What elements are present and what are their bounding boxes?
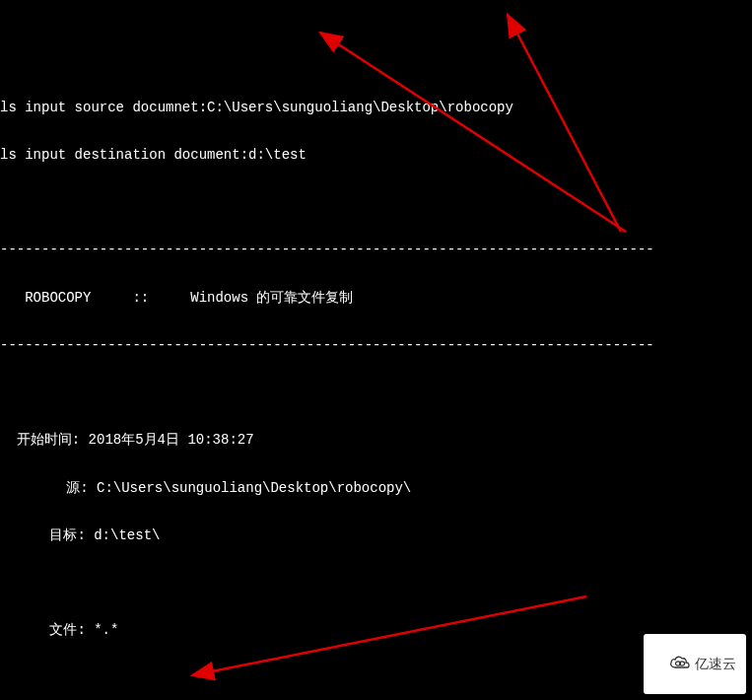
dash-line-mid1: ----------------------------------------… xyxy=(0,337,752,353)
terminal-output: ls input source documnet:C:\Users\sunguo… xyxy=(0,63,752,700)
files-pattern: 文件: *.* xyxy=(0,622,752,638)
dash-line-top: ----------------------------------------… xyxy=(0,242,752,257)
cloud-icon xyxy=(651,637,691,691)
start-time: 开始时间: 2018年5月4日 10:38:27 xyxy=(0,432,752,448)
banner: ROBOCOPY :: Windows 的可靠文件复制 xyxy=(0,290,752,306)
watermark-text: 亿速云 xyxy=(695,656,736,671)
prompt-dest: ls input destination document:d:\test xyxy=(0,147,752,163)
prompt-source: ls input source documnet:C:\Users\sunguo… xyxy=(0,100,752,115)
watermark: 亿速云 xyxy=(644,634,746,694)
target-path: 目标: d:\test\ xyxy=(0,527,752,543)
source-path: 源: C:\Users\sunguoliang\Desktop\robocopy… xyxy=(0,480,752,496)
